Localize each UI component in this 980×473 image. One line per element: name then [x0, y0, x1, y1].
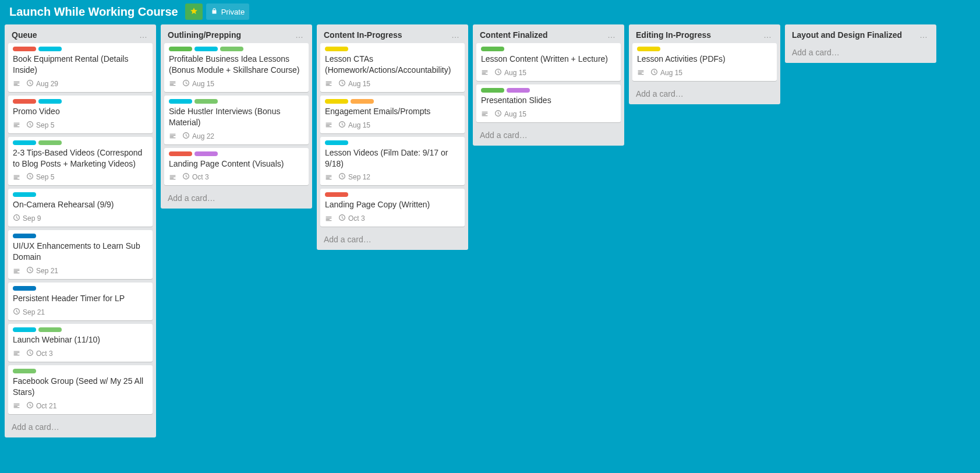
- card-title: Promo Video: [13, 106, 148, 117]
- card[interactable]: Engagement Emails/PromptsAug 15: [320, 96, 465, 133]
- due-date-badge[interactable]: Sep 21: [26, 266, 58, 276]
- label-green[interactable]: [481, 88, 504, 93]
- clock-icon: [26, 266, 34, 276]
- due-date-text: Oct 3: [348, 214, 365, 223]
- card[interactable]: Profitable Business Idea Lessons (Bonus …: [164, 43, 309, 92]
- due-date-badge[interactable]: Aug 15: [494, 68, 526, 77]
- due-date-badge[interactable]: Aug 15: [338, 121, 370, 130]
- description-icon: [325, 215, 332, 223]
- label-sky[interactable]: [169, 99, 192, 104]
- due-date-badge[interactable]: Oct 3: [182, 172, 209, 182]
- board-canvas[interactable]: Queue…Book Equipment Rental (Details Ins…: [0, 23, 980, 473]
- due-date-badge[interactable]: Aug 22: [182, 132, 214, 141]
- due-date-badge[interactable]: Aug 15: [650, 68, 682, 77]
- add-card-button[interactable]: Add a card…: [5, 418, 156, 437]
- label-lightgreen[interactable]: [38, 140, 62, 145]
- card[interactable]: Lesson Videos (Film Date: 9/17 or 9/18)S…: [320, 137, 465, 186]
- label-sky[interactable]: [38, 99, 62, 104]
- add-card-button[interactable]: Add a card…: [473, 126, 624, 146]
- due-date-badge[interactable]: Sep 9: [13, 214, 41, 223]
- list-title[interactable]: Outlining/Prepping: [168, 30, 241, 40]
- card[interactable]: Persistent Header Timer for LPSep 21: [8, 283, 153, 320]
- due-date-badge[interactable]: Aug 15: [338, 79, 370, 89]
- list-menu-button[interactable]: …: [293, 29, 306, 41]
- due-date-badge[interactable]: Oct 21: [26, 401, 56, 411]
- card[interactable]: Promo VideoSep 5: [8, 96, 153, 133]
- card[interactable]: Lesson CTAs (Homework/Actions/Accountabi…: [320, 43, 465, 92]
- list-header: Outlining/Prepping…: [161, 24, 312, 43]
- description-icon: [169, 132, 176, 140]
- card[interactable]: UI/UX Enhancements to Learn Sub DomainSe…: [8, 230, 153, 279]
- description-icon: [13, 80, 20, 87]
- privacy-button[interactable]: Private: [206, 3, 249, 20]
- card-labels: [13, 369, 148, 373]
- card[interactable]: Presentation SlidesAug 15: [476, 84, 621, 122]
- label-sky[interactable]: [38, 47, 62, 51]
- card[interactable]: Landing Page Copy (Written)Oct 3: [320, 189, 465, 227]
- label-purple[interactable]: [194, 151, 218, 156]
- card[interactable]: Facebook Group (Seed w/ My 25 All Stars)…: [8, 365, 153, 414]
- label-lightgreen[interactable]: [194, 99, 218, 104]
- star-button[interactable]: [185, 3, 203, 20]
- label-lightgreen[interactable]: [38, 327, 62, 332]
- list-title[interactable]: Layout and Design Finalized: [792, 30, 902, 40]
- list-menu-button[interactable]: …: [449, 29, 462, 41]
- card-badges: Sep 5: [13, 119, 148, 130]
- label-sky[interactable]: [13, 327, 36, 332]
- clock-icon: [26, 401, 34, 411]
- due-date-text: Aug 29: [36, 80, 58, 88]
- due-date-badge[interactable]: Sep 5: [26, 172, 54, 182]
- label-lightgreen[interactable]: [13, 369, 36, 373]
- due-date-badge[interactable]: Oct 3: [26, 349, 53, 358]
- label-yellow[interactable]: [325, 47, 348, 51]
- card[interactable]: Side Hustler Interviews (Bonus Material)…: [164, 96, 309, 144]
- label-purple[interactable]: [507, 88, 530, 93]
- due-date-badge[interactable]: Sep 5: [26, 121, 54, 130]
- label-sky[interactable]: [13, 192, 36, 197]
- card[interactable]: Landing Page Content (Visuals)Oct 3: [164, 148, 309, 186]
- label-sky[interactable]: [13, 140, 36, 145]
- due-date-badge[interactable]: Aug 15: [494, 110, 526, 119]
- label-green[interactable]: [481, 47, 504, 51]
- label-sky[interactable]: [325, 140, 348, 145]
- list-menu-button[interactable]: …: [605, 29, 618, 41]
- list-title[interactable]: Queue: [12, 30, 37, 40]
- list-title[interactable]: Editing In-Progress: [636, 30, 711, 40]
- add-card-button[interactable]: Add a card…: [785, 43, 936, 63]
- label-red[interactable]: [13, 47, 36, 51]
- label-blue[interactable]: [13, 234, 36, 238]
- due-date-text: Aug 15: [504, 110, 526, 118]
- due-date-badge[interactable]: Sep 12: [338, 172, 370, 182]
- card[interactable]: On-Camera Rehearsal (9/9)Sep 9: [8, 189, 153, 227]
- list-menu-button[interactable]: …: [917, 29, 931, 41]
- due-date-text: Sep 9: [23, 214, 41, 223]
- card-labels: [481, 47, 616, 51]
- label-sky[interactable]: [194, 47, 218, 51]
- card[interactable]: Lesson Activities (PDFs)Aug 15: [632, 43, 777, 81]
- card[interactable]: 2-3 Tips-Based Videos (Correspond to Blo…: [8, 137, 153, 186]
- add-card-button[interactable]: Add a card…: [629, 84, 780, 104]
- card[interactable]: Lesson Content (Written + Lecture)Aug 15: [476, 43, 621, 81]
- label-red[interactable]: [325, 192, 348, 197]
- card[interactable]: Book Equipment Rental (Details Inside)Au…: [8, 43, 153, 92]
- list-menu-button[interactable]: …: [137, 29, 150, 41]
- label-yellow[interactable]: [637, 47, 660, 51]
- add-card-button[interactable]: Add a card…: [161, 189, 312, 209]
- list-title[interactable]: Content Finalized: [480, 30, 548, 40]
- label-yellow[interactable]: [325, 99, 348, 104]
- due-date-badge[interactable]: Aug 29: [26, 79, 58, 89]
- list-title[interactable]: Content In-Progress: [324, 30, 402, 40]
- label-blue[interactable]: [13, 286, 36, 291]
- label-lightgreen[interactable]: [220, 47, 243, 51]
- label-red[interactable]: [13, 99, 36, 104]
- board-title[interactable]: Launch While Working Course: [6, 5, 182, 19]
- card[interactable]: Launch Webinar (11/10)Oct 3: [8, 324, 153, 362]
- due-date-badge[interactable]: Sep 21: [13, 308, 45, 317]
- due-date-badge[interactable]: Aug 15: [182, 79, 214, 89]
- add-card-button[interactable]: Add a card…: [317, 230, 468, 250]
- label-green[interactable]: [169, 47, 192, 51]
- label-red[interactable]: [169, 151, 192, 156]
- list-menu-button[interactable]: …: [761, 29, 774, 41]
- due-date-badge[interactable]: Oct 3: [338, 214, 365, 223]
- label-orange[interactable]: [351, 99, 374, 104]
